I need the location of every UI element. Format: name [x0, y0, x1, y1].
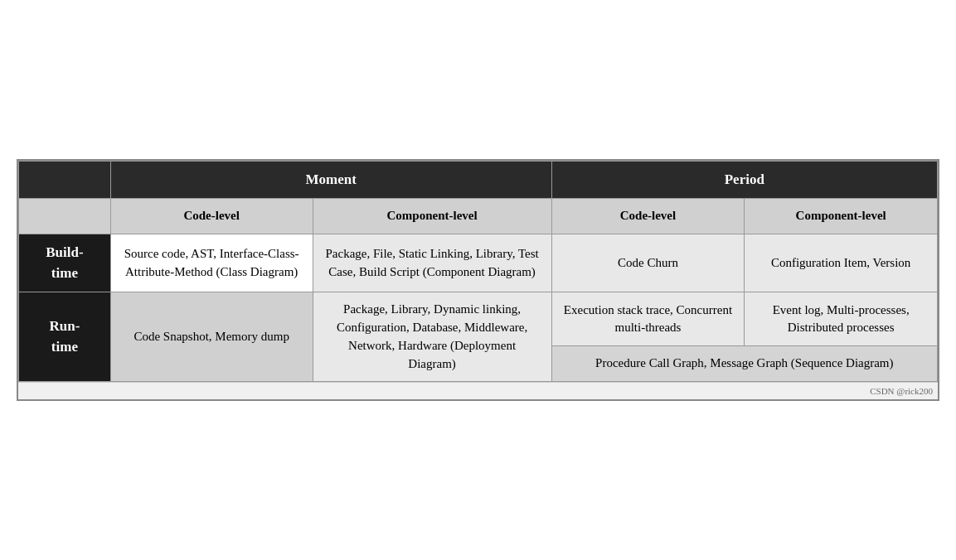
period-header: Period [551, 161, 937, 199]
build-moment-component: Package, File, Static Linking, Library, … [313, 234, 551, 292]
run-period-bottom: Procedure Call Graph, Message Graph (Seq… [551, 346, 937, 382]
header-row-1: Moment Period [19, 161, 938, 199]
build-period-code: Code Churn [551, 234, 745, 292]
moment-header: Moment [110, 161, 551, 199]
corner-cell-sub [19, 199, 111, 234]
build-moment-code: Source code, AST, Interface-Class-Attrib… [110, 234, 313, 292]
moment-code-header: Code-level [110, 199, 313, 234]
build-time-row: Build- time Source code, AST, Interface-… [19, 234, 938, 292]
run-moment-component: Package, Library, Dynamic linking, Confi… [313, 292, 551, 382]
period-component-header: Component-level [745, 199, 938, 234]
header-row-2: Code-level Component-level Code-level Co… [19, 199, 938, 234]
run-time-row-top: Run- time Code Snapshot, Memory dump Pac… [19, 292, 938, 346]
run-time-label: Run- time [19, 292, 111, 382]
period-code-header: Code-level [551, 199, 745, 234]
watermark: CSDN @rick200 [18, 382, 938, 399]
corner-cell-top [19, 161, 111, 199]
moment-component-header: Component-level [313, 199, 551, 234]
build-period-component: Configuration Item, Version [745, 234, 938, 292]
run-period-component-top: Event log, Multi-processes, Distributed … [745, 292, 938, 346]
run-moment-code: Code Snapshot, Memory dump [110, 292, 313, 382]
run-period-code-top: Execution stack trace, Concurrent multi-… [551, 292, 745, 346]
build-time-label: Build- time [19, 234, 111, 292]
